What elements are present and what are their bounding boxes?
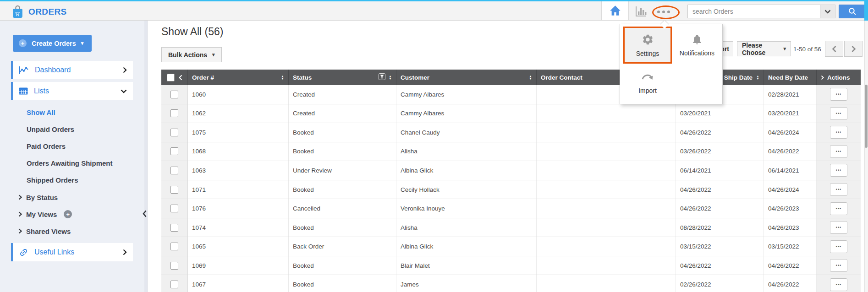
please-choose-dropdown[interactable]: Please Choose ▾ (737, 41, 791, 56)
add-view-button[interactable]: + (64, 210, 72, 218)
previous-page-button[interactable] (825, 41, 843, 57)
column-header-status[interactable]: Status ▲▼ (289, 70, 396, 85)
bulk-actions-button[interactable]: Bulk Actions ▾ (161, 47, 222, 62)
cell-ship-date: 04/26/2022 (676, 199, 764, 218)
scrollbar-top-cap (864, 0, 868, 21)
row-checkbox[interactable] (170, 205, 178, 212)
caret-down-icon: ▾ (212, 52, 215, 58)
table-row: 1074 Booked Alisha 08/28/2022 04/26/2023… (161, 218, 861, 238)
search-input[interactable] (687, 5, 820, 18)
row-checkbox[interactable] (170, 91, 178, 98)
link-icon (19, 248, 28, 257)
sidebar-item-show-all[interactable]: Show All (27, 108, 55, 117)
row-checkbox[interactable] (170, 243, 178, 250)
home-button[interactable] (601, 1, 629, 20)
row-actions-button[interactable]: ••• (830, 202, 847, 215)
row-checkbox[interactable] (170, 109, 178, 117)
column-header-need-by-date[interactable]: Need By Date (764, 70, 817, 85)
sidebar-item-label: Dashboard (35, 66, 71, 74)
reports-button[interactable] (633, 5, 648, 18)
cell-need-by-date: 04/26/2022 (764, 275, 817, 292)
create-orders-label: Create Orders (32, 40, 76, 47)
sidebar-group-label: By Status (26, 194, 58, 201)
row-checkbox[interactable] (170, 129, 178, 136)
sidebar-item-unpaid-orders[interactable]: Unpaid Orders (27, 124, 74, 134)
sidebar-group-my-views[interactable]: My Views + (18, 210, 72, 219)
search-scope-dropdown[interactable] (820, 5, 835, 18)
cell-status: Booked (289, 180, 396, 199)
cell-ship-date: 03/26/2022 (676, 142, 764, 161)
cell-order: 1074 (188, 218, 289, 237)
cell-status: Under Review (289, 161, 396, 180)
chevron-down-icon (121, 89, 127, 93)
menu-item-settings[interactable]: Settings (623, 27, 672, 64)
more-menu-button[interactable] (657, 11, 670, 13)
row-actions-button[interactable]: ••• (830, 88, 847, 101)
menu-item-notifications[interactable]: Notifications (675, 28, 720, 62)
cell-status: Created (289, 104, 396, 123)
row-checkbox[interactable] (170, 147, 178, 155)
gear-icon (642, 33, 654, 46)
sidebar-collapse-handle[interactable] (143, 210, 147, 219)
column-header-customer[interactable]: Customer ▲▼ (396, 70, 537, 85)
cell-order: 1068 (188, 142, 289, 161)
sidebar-item-paid-orders[interactable]: Paid Orders (27, 141, 66, 151)
chevron-right-icon (851, 45, 856, 53)
cell-status: Back Order (289, 237, 396, 256)
row-actions-button[interactable]: ••• (830, 221, 847, 234)
shopping-bag-icon (12, 5, 23, 18)
create-orders-button[interactable]: + Create Orders ▾ (13, 35, 92, 52)
sidebar-item-shipped-orders[interactable]: Shipped Orders (27, 175, 78, 184)
sort-icon[interactable]: ▲▼ (389, 75, 392, 80)
chevron-left-icon (143, 210, 147, 217)
cell-status: Booked (289, 275, 396, 292)
cell-customer: Cammy Albares (396, 85, 537, 104)
sidebar-group-label: My Views (26, 211, 57, 218)
row-actions-button[interactable]: ••• (830, 278, 847, 291)
vertical-scrollbar-thumb[interactable] (865, 85, 868, 148)
row-actions-button[interactable]: ••• (830, 240, 847, 253)
cell-ship-date: 03/15/2022 (676, 237, 764, 256)
row-actions-button[interactable]: ••• (830, 126, 847, 139)
ellipsis-icon (662, 11, 665, 13)
cell-customer: Veronika Inouye (396, 199, 537, 218)
sidebar-group-by-status[interactable]: By Status (18, 193, 58, 202)
next-page-button[interactable] (844, 41, 863, 57)
row-checkbox[interactable] (170, 186, 178, 194)
cell-need-by-date: 04/26/2024 (764, 180, 817, 199)
search-icon (848, 7, 857, 16)
sidebar-item-lists[interactable]: Lists (11, 82, 133, 100)
row-actions-button[interactable]: ••• (830, 164, 847, 177)
column-header-actions[interactable]: Actions (817, 70, 861, 85)
table-row: 1069 Booked Blair Malet 04/26/2022 04/26… (161, 256, 861, 276)
table-header-row: Order # ▲▼ Status ▲▼ Customer ▲▼ Order C… (161, 70, 861, 85)
row-actions-button[interactable]: ••• (830, 145, 847, 158)
column-header-order[interactable]: Order # ▲▼ (188, 70, 289, 85)
row-checkbox[interactable] (170, 262, 178, 270)
cell-need-by-date: 04/26/2023 (764, 218, 817, 237)
cell-customer: Albina Glick (396, 161, 537, 180)
cell-order: 1060 (188, 85, 289, 104)
sort-icon[interactable]: ▲▼ (281, 75, 284, 80)
sidebar-group-shared-views[interactable]: Shared Views (18, 227, 71, 236)
row-actions-button[interactable]: ••• (830, 183, 847, 196)
vertical-scrollbar-track[interactable] (864, 21, 868, 292)
row-actions-button[interactable]: ••• (830, 107, 847, 120)
row-checkbox[interactable] (170, 281, 178, 288)
filter-icon[interactable] (379, 73, 385, 81)
sidebar-item-orders-awaiting-shipment[interactable]: Orders Awaiting Shipment (27, 158, 113, 168)
row-actions-button[interactable]: ••• (830, 259, 847, 272)
row-checkbox[interactable] (170, 167, 178, 174)
select-all-checkbox[interactable] (167, 74, 175, 81)
sidebar-item-useful-links[interactable]: Useful Links (11, 243, 133, 261)
sort-icon[interactable]: ▲▼ (529, 75, 532, 80)
row-checkbox[interactable] (170, 224, 178, 232)
cell-status: Booked (289, 123, 396, 142)
sidebar-item-dashboard[interactable]: Dashboard (11, 61, 133, 79)
search-button[interactable] (839, 5, 866, 18)
sort-icon[interactable]: ▲▼ (756, 75, 759, 80)
menu-item-import[interactable]: Import (625, 66, 670, 100)
sidebar: + Create Orders ▾ Dashboard Lists Show A… (0, 21, 144, 292)
cell-customer: Blair Malet (396, 256, 537, 275)
select-all-header[interactable] (161, 70, 188, 85)
